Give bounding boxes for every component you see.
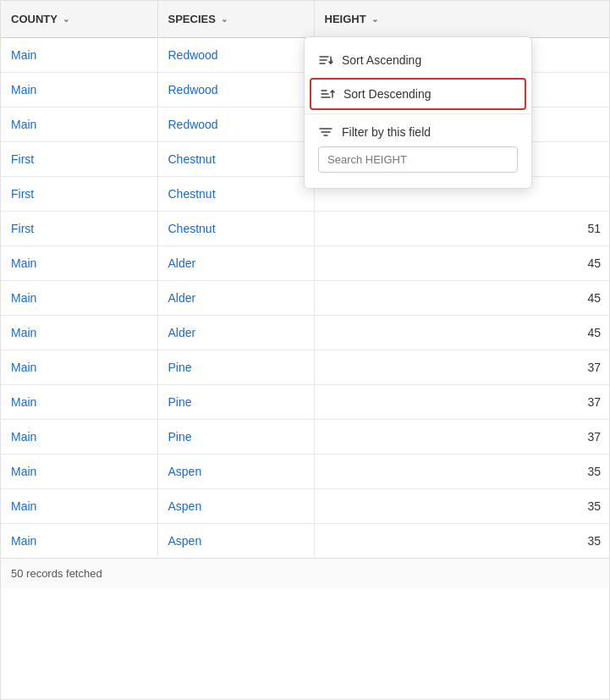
species-cell: Aspen bbox=[157, 489, 314, 524]
species-cell: Aspen bbox=[157, 455, 314, 489]
county-chevron-icon: ⌄ bbox=[63, 14, 69, 24]
height-cell: 45 bbox=[314, 246, 610, 281]
county-cell: Main bbox=[1, 524, 157, 559]
county-cell: Main bbox=[1, 489, 157, 524]
column-header-species[interactable]: SPECIES ⌄ bbox=[157, 1, 314, 38]
height-cell: 35 bbox=[314, 455, 610, 489]
records-fetched-label: 50 records fetched bbox=[11, 567, 102, 580]
height-cell: 45 bbox=[314, 281, 610, 316]
sort-ascending-option[interactable]: Sort Ascending bbox=[305, 44, 531, 76]
sort-ascending-label: Sort Ascending bbox=[342, 53, 421, 67]
sort-descending-label: Sort Descending bbox=[343, 87, 431, 101]
species-cell: Pine bbox=[157, 350, 314, 385]
species-cell: Chestnut bbox=[157, 212, 314, 246]
county-cell: Main bbox=[1, 107, 157, 142]
species-cell: Redwood bbox=[157, 107, 314, 142]
table-row: MainAlder45 bbox=[1, 281, 610, 316]
county-cell: First bbox=[1, 212, 157, 246]
table-header-row: COUNTY ⌄ SPECIES ⌄ HEIGHT ⌄ bbox=[1, 1, 610, 38]
column-header-height[interactable]: HEIGHT ⌄ bbox=[314, 1, 610, 38]
species-cell: Aspen bbox=[157, 524, 314, 559]
species-cell: Pine bbox=[157, 420, 314, 455]
height-cell: 37 bbox=[314, 420, 610, 455]
table-row: MainAlder45 bbox=[1, 316, 610, 350]
species-cell: Chestnut bbox=[157, 142, 314, 177]
filter-section: Filter by this field bbox=[305, 118, 531, 181]
county-label: COUNTY bbox=[11, 13, 58, 25]
height-chevron-icon: ⌄ bbox=[371, 14, 378, 24]
height-dropdown-menu: Sort Ascending Sort Descending bbox=[304, 36, 532, 189]
filter-icon bbox=[318, 124, 333, 140]
county-cell: First bbox=[1, 142, 157, 177]
county-cell: Main bbox=[1, 38, 157, 73]
table-row: FirstChestnut51 bbox=[1, 212, 610, 246]
height-cell: 37 bbox=[314, 385, 610, 420]
dropdown-divider bbox=[305, 113, 531, 114]
county-cell: Main bbox=[1, 73, 157, 107]
height-label: HEIGHT bbox=[325, 13, 366, 25]
column-header-county[interactable]: COUNTY ⌄ bbox=[1, 1, 157, 38]
sort-ascending-icon bbox=[318, 52, 333, 68]
county-cell: Main bbox=[1, 420, 157, 455]
county-cell: Main bbox=[1, 281, 157, 316]
search-height-input[interactable] bbox=[318, 146, 518, 173]
table-row: MainAspen35 bbox=[1, 524, 610, 559]
species-cell: Alder bbox=[157, 281, 314, 316]
table-row: MainAspen35 bbox=[1, 489, 610, 524]
filter-label-row: Filter by this field bbox=[318, 124, 518, 140]
table-row: MainPine37 bbox=[1, 385, 610, 420]
height-cell: 51 bbox=[314, 212, 610, 246]
sort-descending-icon bbox=[320, 86, 335, 102]
species-cell: Alder bbox=[157, 246, 314, 281]
height-cell: 35 bbox=[314, 524, 610, 559]
main-container: COUNTY ⌄ SPECIES ⌄ HEIGHT ⌄ bbox=[0, 0, 610, 700]
filter-by-field-label: Filter by this field bbox=[342, 125, 431, 139]
species-label: SPECIES bbox=[168, 13, 216, 25]
county-cell: Main bbox=[1, 455, 157, 489]
table-row: MainAlder45 bbox=[1, 246, 610, 281]
table-row: MainAspen35 bbox=[1, 455, 610, 489]
species-cell: Pine bbox=[157, 385, 314, 420]
height-cell: 37 bbox=[314, 350, 610, 385]
species-chevron-icon: ⌄ bbox=[221, 14, 228, 24]
county-cell: Main bbox=[1, 350, 157, 385]
height-cell: 45 bbox=[314, 316, 610, 350]
footer: 50 records fetched bbox=[1, 558, 609, 588]
county-cell: Main bbox=[1, 316, 157, 350]
height-cell: 35 bbox=[314, 489, 610, 524]
sort-descending-option[interactable]: Sort Descending bbox=[310, 78, 526, 110]
county-cell: Main bbox=[1, 385, 157, 420]
species-cell: Alder bbox=[157, 316, 314, 350]
county-cell: Main bbox=[1, 246, 157, 281]
county-cell: First bbox=[1, 177, 157, 212]
table-row: MainPine37 bbox=[1, 350, 610, 385]
species-cell: Chestnut bbox=[157, 177, 314, 212]
table-row: MainPine37 bbox=[1, 420, 610, 455]
species-cell: Redwood bbox=[157, 38, 314, 73]
species-cell: Redwood bbox=[157, 73, 314, 107]
